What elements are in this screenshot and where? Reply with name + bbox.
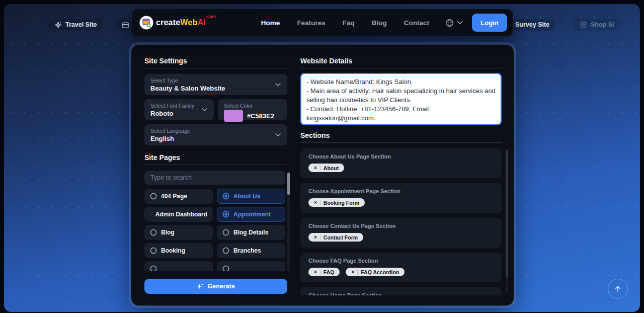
section-card: Choose About Us Page Section×About: [300, 148, 502, 178]
section-card-label: Choose Home Page Section: [308, 292, 494, 295]
page-option-about-us[interactable]: About Us: [217, 189, 285, 204]
chevron-down-icon: [275, 133, 281, 137]
section-card-label: Choose Appointment Page Section: [308, 188, 494, 194]
section-card-label: Choose About Us Page Section: [308, 153, 494, 160]
color-swatch[interactable]: [224, 110, 243, 122]
pages-scrollbar[interactable]: [287, 172, 290, 271]
sections-list: Choose About Us Page Section×AboutChoose…: [300, 148, 502, 295]
page-option-admin-dashboard[interactable]: Admin Dashboard: [144, 207, 213, 222]
logo[interactable]: createWebAi.com: [139, 15, 216, 30]
chip-close-icon[interactable]: ×: [314, 235, 317, 240]
section-card-label: Choose FAQ Page Section: [308, 258, 494, 264]
section-card: Choose Appointment Page Section×Booking …: [300, 183, 502, 213]
select-type-value: Beauty & Salon Website: [150, 85, 281, 92]
sections-scrollbar[interactable]: [506, 148, 508, 293]
section-card: Choose Home Page Section×About×Booking F…: [300, 287, 502, 295]
chip-close-icon[interactable]: ×: [314, 270, 317, 275]
page-option-label: Branches: [233, 247, 261, 254]
chip-label: FAQ Accordion: [361, 269, 399, 275]
chip-divider: [320, 166, 320, 171]
section-chip: ×Booking Form: [308, 198, 365, 207]
radio-icon: [150, 229, 157, 236]
select-language-value: English: [150, 135, 281, 142]
select-language[interactable]: Select Language English: [144, 124, 287, 145]
section-chip: ×Contact Form: [308, 233, 363, 242]
badge-travel-site: Travel Site: [48, 19, 103, 31]
badge-shop-site: Shop Si: [574, 19, 620, 31]
pages-list: 404 PageAbout UsAdmin DashboardAppointme…: [144, 189, 285, 271]
nav-link-faq[interactable]: Faq: [343, 19, 355, 27]
page-option-appointment[interactable]: Appointment: [217, 207, 285, 222]
radio-icon: [150, 247, 157, 254]
page-option-label: 404 Page: [161, 193, 187, 200]
nav-link-home[interactable]: Home: [261, 19, 280, 27]
arrow-up-icon: [614, 285, 622, 293]
page-option-label: Appointment: [233, 211, 271, 218]
page-option-blog[interactable]: Blog: [144, 225, 213, 240]
chip-close-icon[interactable]: ×: [314, 166, 317, 171]
page-option-label: Admin Dashboard: [155, 211, 207, 218]
divider: [300, 142, 502, 143]
page-option-partial[interactable]: [217, 261, 285, 271]
chip-divider: [320, 235, 320, 240]
generate-button[interactable]: Generate: [144, 279, 287, 294]
sparkle-icon: [197, 283, 204, 290]
select-type[interactable]: Select Type Beauty & Salon Website: [144, 74, 287, 95]
hero-background: Travel Site S Survey Site Shop Si create…: [4, 4, 640, 312]
page-option-booking[interactable]: Booking: [144, 243, 213, 258]
badge-label: Shop Si: [591, 21, 614, 28]
sections-title: Sections: [300, 131, 330, 139]
page-option-label: Blog: [161, 229, 175, 236]
badge-label: Travel Site: [65, 21, 97, 28]
chip-close-icon[interactable]: ×: [314, 200, 317, 205]
language-switcher[interactable]: [445, 19, 463, 27]
select-color[interactable]: Select Color #C583E2: [218, 99, 287, 120]
logo-text: createWebAi.com: [156, 18, 216, 27]
radio-selected-icon: [222, 211, 229, 218]
top-navbar: createWebAi.com HomeFeaturesFaqBlogConta…: [132, 9, 513, 36]
select-font-family[interactable]: Select Font Family Roboto: [144, 99, 214, 120]
chip-close-icon[interactable]: ×: [351, 270, 354, 275]
page-option-partial[interactable]: [144, 261, 213, 271]
logo-icon: [139, 15, 154, 30]
page-option-404-page[interactable]: 404 Page: [144, 189, 213, 204]
divider: [144, 68, 287, 68]
radio-icon: [150, 265, 157, 271]
select-color-label: Select Color: [224, 103, 281, 109]
select-font-value: Roboto: [150, 110, 208, 117]
section-card: Choose FAQ Page Section×FAQ×FAQ Accordio…: [300, 253, 502, 282]
scroll-to-top-button[interactable]: [608, 279, 628, 299]
login-button[interactable]: Login: [472, 14, 507, 32]
select-type-label: Select Type: [150, 77, 281, 84]
select-font-label: Select Font Family: [150, 103, 208, 109]
pages-search-input[interactable]: [144, 171, 285, 185]
page-option-label: Booking: [161, 247, 185, 254]
page-option-label: About Us: [233, 193, 260, 200]
chip-divider: [357, 270, 358, 275]
color-value: #C583E2: [247, 112, 274, 120]
calendar-icon: [122, 21, 129, 29]
chip-divider: [320, 200, 320, 205]
chip-label: FAQ: [324, 269, 335, 275]
builder-panel: Site Settings Select Type Beauty & Salon…: [131, 44, 514, 306]
website-details-title: Website Details: [300, 57, 352, 65]
chip-label: Booking Form: [324, 200, 359, 206]
chip-divider: [320, 270, 320, 275]
chevron-down-icon: [275, 83, 281, 87]
page-option-blog-details[interactable]: Blog Details: [217, 225, 285, 240]
nav-link-contact[interactable]: Contact: [404, 19, 429, 27]
radio-icon: [222, 265, 229, 271]
nav-links: HomeFeaturesFaqBlogContact: [261, 19, 429, 27]
chip-label: Contact Form: [324, 234, 358, 241]
section-card-label: Choose Contact Us Page Section: [308, 223, 494, 229]
section-card: Choose Contact Us Page Section×Contact F…: [300, 218, 502, 248]
radio-icon: [222, 229, 229, 236]
chevron-down-icon: [457, 21, 463, 25]
website-details-textarea[interactable]: - Website Name/Brand: Kings Salon. - Mai…: [300, 73, 502, 125]
page-option-branches[interactable]: Branches: [217, 243, 285, 258]
nav-link-blog[interactable]: Blog: [372, 19, 387, 27]
nav-link-features[interactable]: Features: [297, 19, 325, 27]
section-chip: ×FAQ Accordion: [346, 268, 405, 276]
section-chip: ×FAQ: [308, 268, 340, 276]
divider: [300, 68, 502, 68]
